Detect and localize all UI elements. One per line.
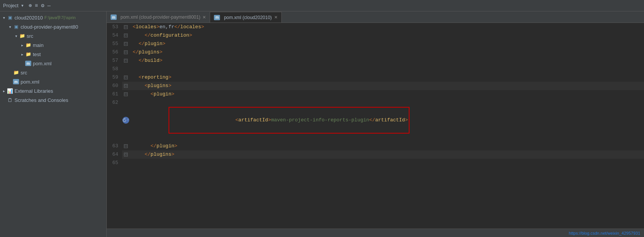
- line-content: <plugin>: [130, 90, 644, 98]
- line-gutter: □: [122, 82, 130, 90]
- line-gutter: □: [122, 90, 130, 98]
- line-number: 64: [107, 150, 122, 159]
- title-bar-left: Project ▾ ⊕ ≡ ⚙ —: [3, 2, 51, 9]
- sidebar-item-label: cloud202010: [14, 15, 43, 21]
- arrow-icon: [2, 15, 6, 20]
- tab-file-icon: m: [214, 15, 220, 20]
- code-line-65: 65: [107, 159, 644, 167]
- sidebar-item-test[interactable]: 📁 test: [0, 50, 106, 59]
- sidebar-item-src[interactable]: 📁 src: [0, 31, 106, 40]
- arrow-icon: [20, 43, 24, 47]
- line-content: <artifactId>maven-project-info-reports-p…: [130, 98, 644, 142]
- sidebar-item-label: pom.xml: [21, 79, 39, 85]
- module-icon: ▣: [7, 15, 13, 21]
- code-line-57: 57 □ </build>: [107, 56, 644, 65]
- line-content: </plugins>: [130, 150, 644, 159]
- status-bar: https://blog.csdn.net/weixin_42957931: [107, 229, 644, 237]
- sidebar-item-label: test: [33, 52, 41, 57]
- sidebar-item-pom1[interactable]: m pom.xml: [0, 59, 106, 68]
- line-content: [130, 159, 644, 167]
- line-number: 63: [107, 142, 122, 150]
- line-gutter: [122, 159, 130, 167]
- code-line-59: 59 □ <reporting>: [107, 73, 644, 82]
- line-content: <reporting>: [130, 73, 644, 82]
- fold-icon[interactable]: □: [124, 153, 128, 156]
- line-number: 61: [107, 90, 122, 98]
- title-bar: Project ▾ ⊕ ≡ ⚙ —: [0, 0, 644, 11]
- line-gutter: □: [122, 40, 130, 48]
- code-line-54: 54 □ </configuration>: [107, 31, 644, 40]
- line-number: 60: [107, 82, 122, 90]
- fold-icon[interactable]: □: [124, 84, 128, 88]
- tab-label: pom.xml (cloud-provider-payment8001): [120, 15, 200, 20]
- line-content: </build>: [130, 56, 644, 65]
- line-number: 59: [107, 73, 122, 82]
- line-content: </plugin>: [130, 40, 644, 48]
- fold-icon[interactable]: □: [124, 42, 128, 46]
- sidebar-item-label: Scratches and Consoles: [14, 97, 68, 103]
- line-number: 58: [107, 65, 122, 73]
- sidebar-item-scratches[interactable]: 🗒 Scratches and Consoles: [0, 95, 106, 105]
- tab-label: pom.xml (cloud202010): [224, 15, 271, 20]
- sidebar-item-label: External Libraries: [14, 88, 53, 94]
- line-gutter: □: [122, 56, 130, 65]
- sidebar-item-path: F:\java学习\sprin: [44, 15, 75, 21]
- line-content: <plugins>: [130, 82, 644, 90]
- tab-pom-cloud202010[interactable]: m pom.xml (cloud202010) ✕: [210, 12, 281, 23]
- project-label[interactable]: Project: [3, 3, 18, 8]
- code-line-56: 56 □ </plugins>: [107, 48, 644, 56]
- module-icon: ▣: [13, 24, 19, 30]
- folder-icon: 📁: [13, 69, 19, 76]
- tab-close-button[interactable]: ✕: [202, 15, 206, 19]
- line-content: </plugin>: [130, 142, 644, 150]
- sidebar: ▣ cloud202010 F:\java学习\sprin ▣ cloud-pr…: [0, 11, 107, 237]
- dropdown-icon[interactable]: ▾: [21, 2, 24, 9]
- status-url[interactable]: https://blog.csdn.net/weixin_42957931: [569, 231, 640, 235]
- fold-icon[interactable]: □: [124, 34, 128, 37]
- line-gutter: [122, 65, 130, 73]
- sidebar-item-src2[interactable]: 📁 src: [0, 68, 106, 77]
- line-number: 55: [107, 40, 122, 48]
- sidebar-item-pom2[interactable]: m pom.xml: [0, 77, 106, 86]
- settings-icon[interactable]: ⚙: [41, 2, 44, 9]
- sidebar-item-cloud202010[interactable]: ▣ cloud202010 F:\java学习\sprin: [0, 13, 106, 22]
- tab-file-icon: m: [111, 15, 117, 20]
- tabs-bar: m pom.xml (cloud-provider-payment8001) ✕…: [107, 11, 644, 23]
- fold-icon[interactable]: □: [124, 50, 128, 54]
- code-line-58: 58: [107, 65, 644, 73]
- arrow-icon: [14, 34, 18, 38]
- sidebar-item-external-libraries[interactable]: 📊 External Libraries: [0, 86, 106, 95]
- title-icons: ⊕ ≡ ⚙ —: [29, 2, 51, 9]
- main-layout: ▣ cloud202010 F:\java学习\sprin ▣ cloud-pr…: [0, 11, 644, 237]
- line-number: 54: [107, 31, 122, 40]
- layout-icon[interactable]: ≡: [35, 3, 38, 9]
- sidebar-item-label: cloud-provider-payment80: [21, 24, 78, 30]
- arrow-icon: [8, 24, 12, 29]
- line-number: 62: [107, 98, 122, 142]
- sidebar-item-cloud-provider[interactable]: ▣ cloud-provider-payment80: [0, 22, 106, 31]
- target-icon[interactable]: ⊕: [29, 2, 32, 9]
- fold-icon[interactable]: □: [124, 25, 128, 29]
- code-line-55: 55 □ </plugin>: [107, 40, 644, 48]
- tab-close-button[interactable]: ✕: [274, 15, 278, 19]
- code-lines: 53 □ <locales>en,fr</locales> 54 □ </con…: [107, 23, 644, 229]
- fold-icon[interactable]: □: [124, 59, 128, 63]
- fold-icon[interactable]: □: [124, 144, 128, 148]
- minimize-icon[interactable]: —: [47, 3, 50, 9]
- refresh-icon[interactable]: ↑: [122, 117, 129, 124]
- fold-icon[interactable]: □: [124, 76, 128, 79]
- line-gutter: ↑: [122, 98, 130, 142]
- line-number: 53: [107, 23, 122, 31]
- sidebar-item-label: src: [21, 70, 27, 76]
- tab-pom-payment8001[interactable]: m pom.xml (cloud-provider-payment8001) ✕: [107, 12, 210, 23]
- line-number: 65: [107, 159, 122, 167]
- line-gutter: □: [122, 31, 130, 40]
- highlighted-code: <artifactId>maven-project-info-reports-p…: [169, 107, 410, 134]
- editor-area: m pom.xml (cloud-provider-payment8001) ✕…: [107, 11, 644, 237]
- scratches-icon: 🗒: [7, 97, 13, 103]
- folder-icon: 📁: [25, 42, 31, 48]
- sidebar-item-main[interactable]: 📁 main: [0, 40, 106, 50]
- line-content: <locales>en,fr</locales>: [130, 23, 644, 31]
- code-editor[interactable]: 53 □ <locales>en,fr</locales> 54 □ </con…: [107, 23, 644, 229]
- fold-icon[interactable]: □: [124, 92, 128, 96]
